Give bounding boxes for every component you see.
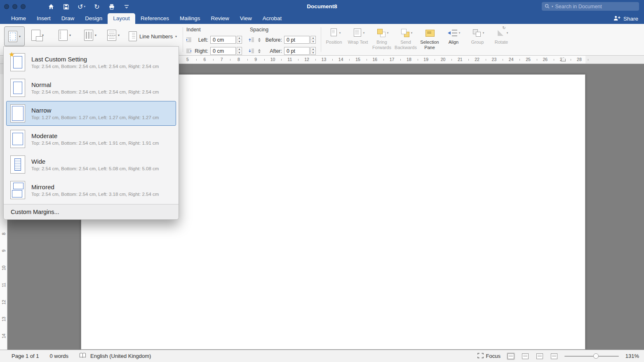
ruler-number: 8	[1, 231, 6, 236]
zoom-slider-thumb[interactable]	[593, 353, 599, 359]
dropdown-caret-icon: ▾	[483, 31, 484, 35]
document-title: Document8	[307, 0, 337, 13]
ruler-number: 12	[304, 57, 309, 62]
tab-layout[interactable]: Layout	[108, 13, 135, 24]
margin-preset-icon	[10, 155, 25, 174]
zoom-window-button[interactable]	[21, 4, 26, 9]
spacing-after-stepper[interactable]: ▲▼	[310, 47, 316, 55]
position-button[interactable]: ▾ Position	[322, 27, 346, 50]
spelling-status-icon[interactable]	[79, 353, 86, 360]
search-input[interactable]: ▾ Search in Document	[542, 2, 639, 11]
margins-option-normal[interactable]: Normal Top: 2.54 cm, Bottom: 2.54 cm, Le…	[6, 75, 176, 100]
breaks-button[interactable]: ▾	[107, 30, 120, 41]
spacing-before-icon	[248, 38, 255, 42]
margin-preset-subtitle: Top: 2.54 cm, Bottom: 2.54 cm, Left: 1.9…	[31, 141, 159, 146]
indent-left-stepper[interactable]: ▲▼	[237, 36, 242, 44]
columns-button[interactable]: ▾	[84, 30, 96, 41]
align-button[interactable]: ▾ Align	[442, 27, 465, 50]
bring-forwards-button[interactable]: ▾ Bring Forwards	[370, 27, 393, 50]
ruler-number: 15	[355, 57, 360, 62]
margin-preset-subtitle: Top: 2.54 cm, Bottom: 2.54 cm, Left: 3.1…	[31, 192, 159, 197]
margins-button[interactable]: ▾	[4, 26, 25, 46]
focus-icon	[477, 353, 484, 360]
draft-view-button[interactable]	[550, 353, 558, 360]
tab-mailings[interactable]: Mailings	[174, 13, 206, 24]
ruler-number: 21	[458, 57, 463, 62]
ruler-number: 7	[221, 57, 223, 62]
tab-bar: Home Insert Draw Design Layout Reference…	[0, 13, 644, 24]
tab-references[interactable]: References	[135, 13, 174, 24]
margin-preset-title: Moderate	[31, 132, 159, 139]
tab-draw[interactable]: Draw	[56, 13, 80, 24]
tab-insert[interactable]: Insert	[31, 13, 56, 24]
zoom-slider[interactable]	[564, 353, 619, 359]
web-layout-view-button[interactable]	[521, 353, 529, 360]
selection-pane-button[interactable]: ▾ Selection Pane	[418, 27, 441, 50]
dropdown-caret-icon: ▾	[387, 31, 389, 35]
language-status[interactable]: English (United Kingdom)	[90, 353, 151, 359]
size-button[interactable]: ▾	[59, 30, 71, 41]
margin-preset-title: Last Custom Setting	[31, 56, 159, 63]
spacing-after-input[interactable]	[284, 47, 310, 55]
margin-preset-icon	[10, 181, 25, 199]
orientation-icon	[31, 30, 40, 41]
send-backwards-button[interactable]: ▾ Send Backwards	[394, 27, 417, 50]
margins-option-moderate[interactable]: Moderate Top: 2.54 cm, Bottom: 2.54 cm, …	[6, 127, 176, 151]
redo-icon[interactable]: ↻	[94, 0, 100, 13]
margins-icon	[8, 31, 17, 42]
customize-toolbar-icon[interactable]	[123, 0, 130, 13]
margins-option-wide[interactable]: Wide Top: 2.54 cm, Bottom: 2.54 cm, Left…	[6, 152, 176, 177]
breaks-icon	[107, 30, 116, 41]
ruler-number: 13	[322, 57, 327, 62]
share-button[interactable]: Share	[613, 13, 638, 24]
undo-icon[interactable]: ↺▾	[78, 0, 85, 13]
rotate-button[interactable]: ▾ Rotate	[490, 27, 513, 50]
dropdown-caret-icon: ▾	[339, 31, 341, 35]
group-button[interactable]: ▾ Group	[466, 27, 489, 50]
custom-margins-button[interactable]: Custom Margins...	[4, 204, 179, 219]
margins-option-last-custom-setting[interactable]: Last Custom Setting Top: 2.54 cm, Bottom…	[6, 50, 176, 75]
ruler-number: 5	[186, 57, 189, 62]
print-icon[interactable]	[108, 0, 115, 13]
tab-acrobat[interactable]: Acrobat	[257, 13, 287, 24]
window-controls	[0, 4, 31, 9]
zoom-level[interactable]: 131%	[625, 353, 639, 359]
ruler-number: 11	[287, 57, 292, 62]
indent-right-input[interactable]	[210, 47, 236, 55]
undo-caret-icon: ▾	[84, 5, 85, 8]
focus-button[interactable]: Focus	[477, 353, 501, 360]
tab-design[interactable]: Design	[80, 13, 108, 24]
ruler-number: 8	[237, 57, 240, 62]
dropdown-caret-icon: ▾	[19, 35, 21, 38]
close-window-button[interactable]	[4, 4, 9, 9]
page-count[interactable]: Page 1 of 1	[12, 353, 39, 359]
spacing-before-stepper[interactable]: ▲▼	[310, 36, 316, 44]
indent-group-label: Indent	[186, 27, 201, 33]
minimize-window-button[interactable]	[12, 4, 17, 9]
ribbon-tabs: Home Insert Draw Design Layout Reference…	[0, 13, 644, 24]
spacing-stepper-icon	[256, 49, 263, 54]
margins-menu: Last Custom Setting Top: 2.54 cm, Bottom…	[3, 46, 179, 220]
line-numbers-button[interactable]: Line Numbers ▾	[129, 31, 177, 41]
home-icon[interactable]	[48, 0, 54, 13]
spacing-before-label: Before:	[264, 37, 282, 43]
tab-home[interactable]: Home	[6, 13, 31, 24]
spacing-group-label: Spacing	[250, 27, 268, 33]
spacing-before-input[interactable]	[284, 36, 310, 44]
orientation-button[interactable]: ▾	[31, 30, 44, 41]
margin-preset-subtitle: Top: 1.27 cm, Bottom: 1.27 cm, Left: 1.2…	[31, 115, 159, 120]
margins-option-mirrored[interactable]: Mirrored Top: 2.54 cm, Bottom: 2.54 cm, …	[6, 178, 176, 202]
dropdown-caret-icon: ▾	[507, 31, 508, 35]
save-icon[interactable]	[63, 0, 69, 13]
print-layout-view-button[interactable]	[507, 353, 515, 360]
tab-view[interactable]: View	[235, 13, 257, 24]
word-count[interactable]: 0 words	[50, 353, 69, 359]
margins-option-narrow[interactable]: Narrow Top: 1.27 cm, Bottom: 1.27 cm, Le…	[6, 101, 176, 126]
outline-view-button[interactable]	[536, 353, 544, 360]
indent-left-input[interactable]	[210, 36, 236, 44]
indent-right-stepper[interactable]: ▲▼	[237, 47, 242, 55]
ruler-number: 19	[423, 57, 428, 62]
wrap-text-button[interactable]: ▾ Wrap Text	[346, 27, 369, 50]
tab-review[interactable]: Review	[205, 13, 234, 24]
ruler-number: 10	[1, 266, 6, 270]
